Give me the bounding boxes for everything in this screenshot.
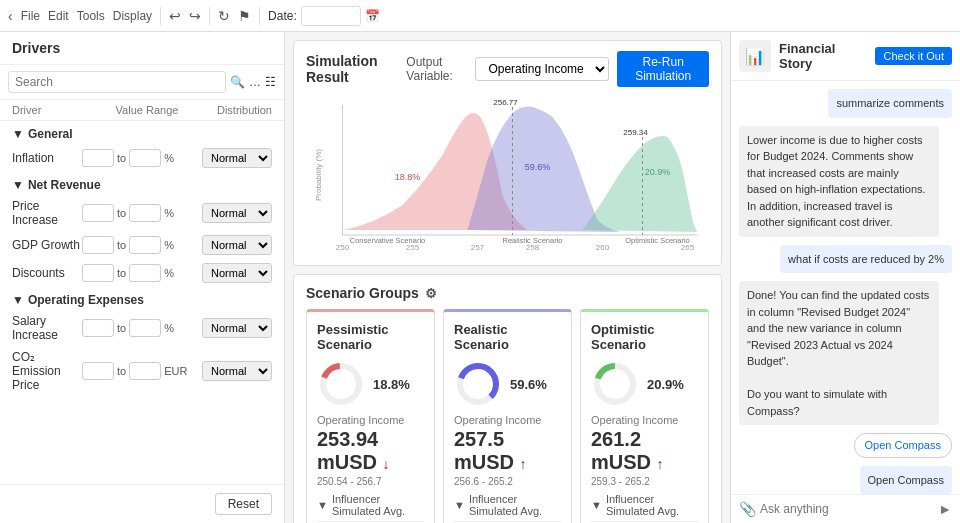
driver-salary-range: 2.5 to % [82,319,192,337]
price-dist-select[interactable]: Normal [202,203,272,223]
sim-chart-svg: Probability (%) 256.77 259.34 [306,95,709,255]
driver-price-range: 1 to % [82,204,192,222]
edit-menu[interactable]: Edit [48,9,69,23]
rerun-button[interactable]: Re-Run Simulation [617,51,709,87]
display-menu[interactable]: Display [113,9,152,23]
optimistic-pct: 20.9% [647,377,684,392]
group-net-revenue[interactable]: ▼ Net Revenue [0,172,284,195]
salary-dist-select[interactable]: Normal [202,318,272,338]
driver-inflation-range: 4 to 6 % [82,149,192,167]
gdp-dist-select[interactable]: Normal [202,235,272,255]
driver-price-dist: Normal [192,203,272,223]
output-select[interactable]: Operating Income [475,57,609,81]
financial-story-icon: 📊 [739,40,771,72]
svg-text:256.77: 256.77 [493,98,518,107]
chat-input[interactable] [760,502,934,516]
pessimistic-donut [317,360,365,408]
reset-button[interactable]: Reset [215,493,272,515]
realistic-income-value: 257.5 mUSD ↑ [454,428,561,474]
optimistic-income-label: Operating Income [591,414,698,426]
attach-icon[interactable]: 📎 [739,501,756,517]
svg-text:255: 255 [406,243,420,252]
back-icon[interactable]: ‹ [8,8,13,24]
sim-result-title: Simulation Result [306,53,406,85]
open-compass-action[interactable]: Open Compass [854,433,952,458]
driver-gdp-dist: Normal [192,235,272,255]
inflation-from[interactable]: 4 [82,149,114,167]
col-driver-label: Driver [12,104,102,116]
calendar-icon[interactable]: 📅 [365,9,380,23]
svg-text:250: 250 [336,243,350,252]
search-icon[interactable]: 🔍 [230,75,245,89]
optimistic-range: 259.3 - 265.2 [591,476,698,487]
inflation-to[interactable]: 6 [129,149,161,167]
divider1 [160,7,161,25]
driver-co2-label: CO₂ Emission Price [12,350,82,392]
price-to[interactable] [129,204,161,222]
optimistic-card: Optimistic Scenario 20.9% Operating Inco… [580,309,709,523]
driver-salary-dist: Normal [192,318,272,338]
more-icon[interactable]: … [249,75,261,89]
inflation-dist-select[interactable]: Normal [202,148,272,168]
to-label-2: to [117,207,126,219]
discounts-dist-select[interactable]: Normal [202,263,272,283]
to-label: to [117,152,126,164]
realistic-card: Realistic Scenario 59.6% Operating Incom… [443,309,572,523]
chevron-down-icon-3: ▼ [12,293,24,307]
svg-text:260: 260 [596,243,610,252]
undo-icon[interactable]: ↩ [169,8,181,24]
optimistic-title: Optimistic Scenario [591,322,698,352]
pessimistic-pct: 18.8% [373,377,410,392]
co2-to[interactable] [129,362,161,380]
driver-co2: CO₂ Emission Price 79 to EUR Normal [0,346,284,396]
price-from[interactable]: 1 [82,204,114,222]
discounts-unit: % [164,267,174,279]
realistic-influencer-toggle[interactable]: ▼ Influencer Simulated Avg. [454,493,561,517]
to-label-5: to [117,322,126,334]
gdp-to[interactable] [129,236,161,254]
pessimistic-influencer-toggle[interactable]: ▼ Influencer Simulated Avg. [317,493,424,517]
scenario-groups-title: Scenario Groups [306,285,419,301]
file-menu[interactable]: File [21,9,40,23]
optimistic-income-value: 261.2 mUSD ↑ [591,428,698,474]
co2-unit: EUR [164,365,187,377]
center-panel: Simulation Result Output Variable: Opera… [285,32,730,523]
refresh-icon[interactable]: ↻ [218,8,230,24]
date-input[interactable]: 2024 [301,6,361,26]
chat-msg-2: Lower income is due to higher costs for … [739,126,939,237]
pessimistic-income-label: Operating Income [317,414,424,426]
gdp-from[interactable]: 3.1 [82,236,114,254]
co2-from[interactable]: 79 [82,362,114,380]
realistic-range: 256.6 - 265.2 [454,476,561,487]
svg-text:59.6%: 59.6% [525,162,551,172]
group-opex[interactable]: ▼ Operating Expenses [0,287,284,310]
pessimistic-arrow: ↓ [383,456,390,472]
chat-input-bar: 📎 ► [731,494,960,523]
driver-discounts-range: 0 to % [82,264,192,282]
tools-menu[interactable]: Tools [77,9,105,23]
driver-gdp-label: GDP Growth [12,238,82,252]
salary-to[interactable] [129,319,161,337]
bookmark-icon[interactable]: ⚑ [238,8,251,24]
group-general-label: General [28,127,73,141]
salary-from[interactable]: 2.5 [82,319,114,337]
col-dist-label: Distribution [192,104,272,116]
check-it-out-button[interactable]: Check it Out [875,47,952,65]
group-general[interactable]: ▼ General [0,121,284,144]
chat-msg-5: Open Compass [860,466,952,495]
discounts-from[interactable]: 0 [82,264,114,282]
right-panel: 📊 Financial Story Check it Out summarize… [730,32,960,523]
svg-text:18.8%: 18.8% [395,172,421,182]
chat-msg-3: what if costs are reduced by 2% [780,245,952,274]
filter-icon[interactable]: ☷ [265,75,276,89]
settings-icon[interactable]: ⚙ [425,286,437,301]
gdp-unit: % [164,239,174,251]
send-icon[interactable]: ► [938,501,952,517]
search-input[interactable] [8,71,226,93]
search-bar: 🔍 … ☷ [0,65,284,100]
inflation-unit: % [164,152,174,164]
redo-icon[interactable]: ↪ [189,8,201,24]
discounts-to[interactable] [129,264,161,282]
co2-dist-select[interactable]: Normal [202,361,272,381]
optimistic-influencer-toggle[interactable]: ▼ Influencer Simulated Avg. [591,493,698,517]
